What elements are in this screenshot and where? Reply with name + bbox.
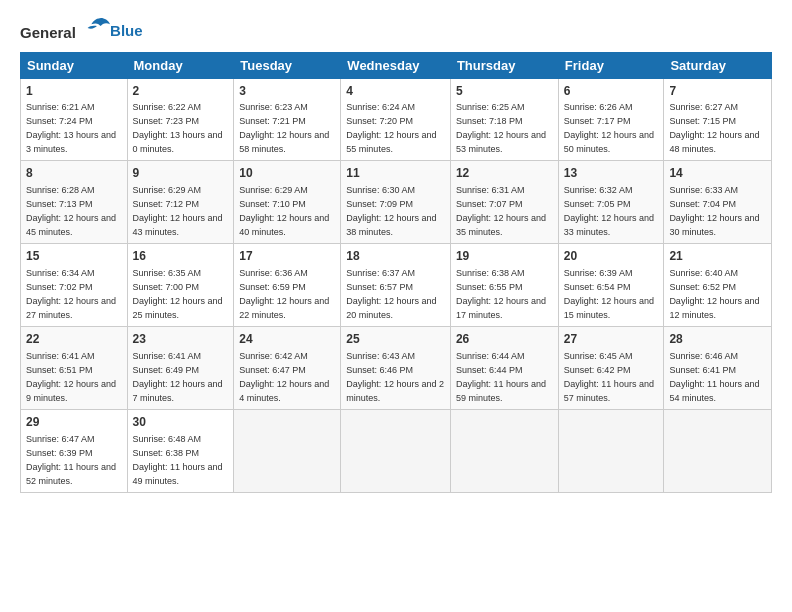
col-header-friday: Friday xyxy=(558,52,664,78)
calendar-cell: 6Sunrise: 6:26 AMSunset: 7:17 PMDaylight… xyxy=(558,78,664,161)
calendar-cell: 13Sunrise: 6:32 AMSunset: 7:05 PMDayligh… xyxy=(558,161,664,244)
day-info: Sunrise: 6:39 AMSunset: 6:54 PMDaylight:… xyxy=(564,268,654,320)
col-header-monday: Monday xyxy=(127,52,234,78)
day-number: 17 xyxy=(239,248,335,265)
calendar-cell: 25Sunrise: 6:43 AMSunset: 6:46 PMDayligh… xyxy=(341,327,451,410)
day-number: 6 xyxy=(564,83,659,100)
day-info: Sunrise: 6:24 AMSunset: 7:20 PMDaylight:… xyxy=(346,102,436,154)
calendar-cell: 8Sunrise: 6:28 AMSunset: 7:13 PMDaylight… xyxy=(21,161,128,244)
day-info: Sunrise: 6:34 AMSunset: 7:02 PMDaylight:… xyxy=(26,268,116,320)
day-info: Sunrise: 6:28 AMSunset: 7:13 PMDaylight:… xyxy=(26,185,116,237)
col-header-sunday: Sunday xyxy=(21,52,128,78)
day-number: 8 xyxy=(26,165,122,182)
day-number: 4 xyxy=(346,83,445,100)
calendar-cell: 9Sunrise: 6:29 AMSunset: 7:12 PMDaylight… xyxy=(127,161,234,244)
day-info: Sunrise: 6:35 AMSunset: 7:00 PMDaylight:… xyxy=(133,268,223,320)
logo-general: General xyxy=(20,24,76,41)
week-row-1: 1Sunrise: 6:21 AMSunset: 7:24 PMDaylight… xyxy=(21,78,772,161)
calendar-cell: 26Sunrise: 6:44 AMSunset: 6:44 PMDayligh… xyxy=(450,327,558,410)
day-info: Sunrise: 6:43 AMSunset: 6:46 PMDaylight:… xyxy=(346,351,444,403)
day-number: 5 xyxy=(456,83,553,100)
day-number: 14 xyxy=(669,165,766,182)
logo-blue: Blue xyxy=(110,22,143,39)
calendar-cell: 10Sunrise: 6:29 AMSunset: 7:10 PMDayligh… xyxy=(234,161,341,244)
day-number: 11 xyxy=(346,165,445,182)
day-info: Sunrise: 6:25 AMSunset: 7:18 PMDaylight:… xyxy=(456,102,546,154)
calendar-cell: 27Sunrise: 6:45 AMSunset: 6:42 PMDayligh… xyxy=(558,327,664,410)
day-number: 29 xyxy=(26,414,122,431)
day-number: 22 xyxy=(26,331,122,348)
calendar-cell: 4Sunrise: 6:24 AMSunset: 7:20 PMDaylight… xyxy=(341,78,451,161)
calendar-cell xyxy=(234,410,341,493)
day-info: Sunrise: 6:23 AMSunset: 7:21 PMDaylight:… xyxy=(239,102,329,154)
calendar-header-row: SundayMondayTuesdayWednesdayThursdayFrid… xyxy=(21,52,772,78)
col-header-wednesday: Wednesday xyxy=(341,52,451,78)
calendar: SundayMondayTuesdayWednesdayThursdayFrid… xyxy=(20,52,772,494)
col-header-saturday: Saturday xyxy=(664,52,772,78)
calendar-cell: 30Sunrise: 6:48 AMSunset: 6:38 PMDayligh… xyxy=(127,410,234,493)
day-info: Sunrise: 6:30 AMSunset: 7:09 PMDaylight:… xyxy=(346,185,436,237)
day-number: 27 xyxy=(564,331,659,348)
calendar-cell: 7Sunrise: 6:27 AMSunset: 7:15 PMDaylight… xyxy=(664,78,772,161)
day-number: 9 xyxy=(133,165,229,182)
day-number: 24 xyxy=(239,331,335,348)
day-info: Sunrise: 6:27 AMSunset: 7:15 PMDaylight:… xyxy=(669,102,759,154)
calendar-cell: 29Sunrise: 6:47 AMSunset: 6:39 PMDayligh… xyxy=(21,410,128,493)
day-number: 26 xyxy=(456,331,553,348)
week-row-3: 15Sunrise: 6:34 AMSunset: 7:02 PMDayligh… xyxy=(21,244,772,327)
day-info: Sunrise: 6:41 AMSunset: 6:49 PMDaylight:… xyxy=(133,351,223,403)
day-number: 28 xyxy=(669,331,766,348)
day-info: Sunrise: 6:48 AMSunset: 6:38 PMDaylight:… xyxy=(133,434,223,486)
calendar-cell xyxy=(341,410,451,493)
day-info: Sunrise: 6:42 AMSunset: 6:47 PMDaylight:… xyxy=(239,351,329,403)
week-row-2: 8Sunrise: 6:28 AMSunset: 7:13 PMDaylight… xyxy=(21,161,772,244)
day-info: Sunrise: 6:29 AMSunset: 7:12 PMDaylight:… xyxy=(133,185,223,237)
day-number: 21 xyxy=(669,248,766,265)
calendar-cell xyxy=(558,410,664,493)
calendar-cell: 5Sunrise: 6:25 AMSunset: 7:18 PMDaylight… xyxy=(450,78,558,161)
day-number: 16 xyxy=(133,248,229,265)
day-number: 25 xyxy=(346,331,445,348)
day-number: 1 xyxy=(26,83,122,100)
calendar-cell: 20Sunrise: 6:39 AMSunset: 6:54 PMDayligh… xyxy=(558,244,664,327)
day-info: Sunrise: 6:41 AMSunset: 6:51 PMDaylight:… xyxy=(26,351,116,403)
day-info: Sunrise: 6:21 AMSunset: 7:24 PMDaylight:… xyxy=(26,102,116,154)
day-info: Sunrise: 6:37 AMSunset: 6:57 PMDaylight:… xyxy=(346,268,436,320)
day-info: Sunrise: 6:44 AMSunset: 6:44 PMDaylight:… xyxy=(456,351,546,403)
day-number: 15 xyxy=(26,248,122,265)
day-number: 23 xyxy=(133,331,229,348)
week-row-4: 22Sunrise: 6:41 AMSunset: 6:51 PMDayligh… xyxy=(21,327,772,410)
day-info: Sunrise: 6:45 AMSunset: 6:42 PMDaylight:… xyxy=(564,351,654,403)
logo: General Blue xyxy=(20,18,143,42)
calendar-cell: 21Sunrise: 6:40 AMSunset: 6:52 PMDayligh… xyxy=(664,244,772,327)
calendar-cell: 23Sunrise: 6:41 AMSunset: 6:49 PMDayligh… xyxy=(127,327,234,410)
calendar-cell: 14Sunrise: 6:33 AMSunset: 7:04 PMDayligh… xyxy=(664,161,772,244)
day-number: 18 xyxy=(346,248,445,265)
calendar-cell: 15Sunrise: 6:34 AMSunset: 7:02 PMDayligh… xyxy=(21,244,128,327)
calendar-cell: 19Sunrise: 6:38 AMSunset: 6:55 PMDayligh… xyxy=(450,244,558,327)
calendar-cell: 3Sunrise: 6:23 AMSunset: 7:21 PMDaylight… xyxy=(234,78,341,161)
calendar-cell: 1Sunrise: 6:21 AMSunset: 7:24 PMDaylight… xyxy=(21,78,128,161)
calendar-cell xyxy=(450,410,558,493)
logo-bird-icon xyxy=(82,16,110,38)
day-info: Sunrise: 6:38 AMSunset: 6:55 PMDaylight:… xyxy=(456,268,546,320)
header: General Blue xyxy=(20,18,772,42)
day-info: Sunrise: 6:36 AMSunset: 6:59 PMDaylight:… xyxy=(239,268,329,320)
calendar-cell: 11Sunrise: 6:30 AMSunset: 7:09 PMDayligh… xyxy=(341,161,451,244)
day-number: 7 xyxy=(669,83,766,100)
day-info: Sunrise: 6:40 AMSunset: 6:52 PMDaylight:… xyxy=(669,268,759,320)
week-row-5: 29Sunrise: 6:47 AMSunset: 6:39 PMDayligh… xyxy=(21,410,772,493)
day-number: 13 xyxy=(564,165,659,182)
day-number: 2 xyxy=(133,83,229,100)
calendar-cell xyxy=(664,410,772,493)
col-header-thursday: Thursday xyxy=(450,52,558,78)
calendar-cell: 12Sunrise: 6:31 AMSunset: 7:07 PMDayligh… xyxy=(450,161,558,244)
calendar-cell: 17Sunrise: 6:36 AMSunset: 6:59 PMDayligh… xyxy=(234,244,341,327)
day-info: Sunrise: 6:32 AMSunset: 7:05 PMDaylight:… xyxy=(564,185,654,237)
calendar-cell: 18Sunrise: 6:37 AMSunset: 6:57 PMDayligh… xyxy=(341,244,451,327)
calendar-cell: 2Sunrise: 6:22 AMSunset: 7:23 PMDaylight… xyxy=(127,78,234,161)
calendar-cell: 24Sunrise: 6:42 AMSunset: 6:47 PMDayligh… xyxy=(234,327,341,410)
day-info: Sunrise: 6:26 AMSunset: 7:17 PMDaylight:… xyxy=(564,102,654,154)
page: General Blue SundayMondayTuesdayWednesda… xyxy=(0,0,792,612)
day-number: 10 xyxy=(239,165,335,182)
